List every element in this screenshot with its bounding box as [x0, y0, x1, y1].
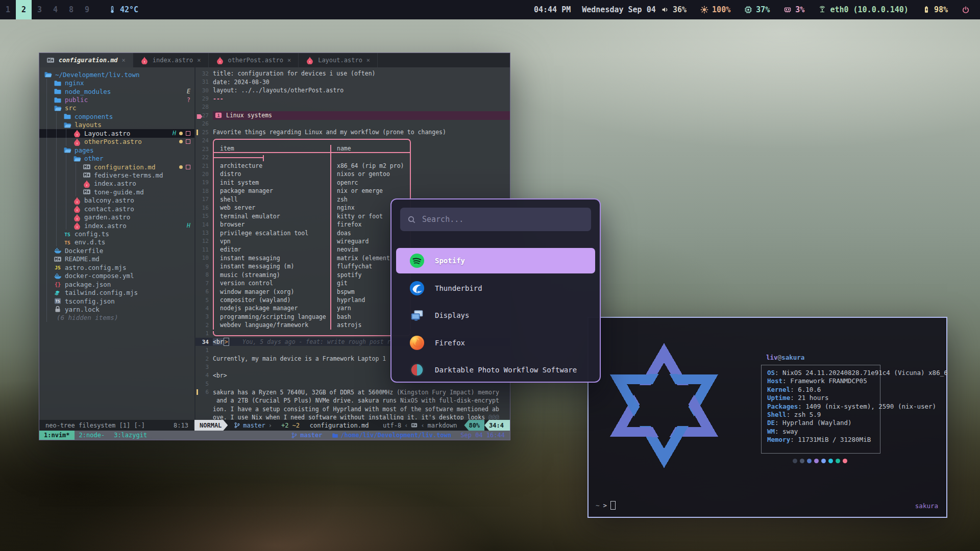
- buffer-line[interactable]: 31date: 2024-08-30: [195, 78, 510, 86]
- line-content: Favorite things regarding Linux and my w…: [213, 128, 510, 136]
- buffer-line[interactable]: 32title: configuration for devices i use…: [195, 69, 510, 78]
- lock-icon: [54, 305, 62, 313]
- buffer-line[interactable]: 29---: [195, 94, 510, 103]
- buffer-line[interactable]: 18package managernix or emerge: [195, 187, 510, 195]
- tree-item-src[interactable]: src: [39, 104, 194, 112]
- tree-item-node-modules[interactable]: node_modulesE: [39, 87, 194, 95]
- tmux-window-1:nvim*[interactable]: 1:nvim*: [39, 431, 75, 440]
- tree-item-tailwind.config.mjs[interactable]: tailwind.config.mjs: [39, 288, 194, 296]
- buffer-line[interactable]: and a 2TB (Crucial P5 Plus) NVMe drive. …: [195, 396, 510, 405]
- buffer-line[interactable]: 271Linux systems: [195, 111, 510, 119]
- buffer-line[interactable]: 22: [195, 153, 510, 161]
- tree-item--6-hidden-items-[interactable]: (6 hidden items): [39, 314, 194, 322]
- fetch-info-label: Memory: [767, 436, 790, 443]
- clock-module[interactable]: 04:44 PM Wednesday Sep 04: [534, 5, 656, 14]
- tree-item-tone-guide.md[interactable]: tone-guide.md: [39, 188, 194, 196]
- tree-item-astro.config.mjs[interactable]: JSastro.config.mjs: [39, 263, 194, 271]
- buffer-line[interactable]: 24: [195, 137, 510, 145]
- tree-item-yarn.lock[interactable]: yarn.lock: [39, 305, 194, 313]
- tree-item-tsconfig.json[interactable]: TStsconfig.json: [39, 297, 194, 305]
- editor-tab-Layout.astro[interactable]: Layout.astro×: [299, 53, 378, 67]
- tab-close-icon[interactable]: ×: [197, 57, 201, 64]
- gutter: 30: [195, 87, 213, 94]
- workspace-button-3[interactable]: 3: [32, 0, 47, 19]
- tree-item-contact.astro[interactable]: contact.astro: [39, 205, 194, 213]
- status-module-power[interactable]: [962, 6, 970, 14]
- table-cell-item: music (streaming): [214, 271, 330, 279]
- tmux-window-3:lazygit[interactable]: 3:lazygit: [109, 431, 152, 440]
- indent-guide: [66, 129, 73, 137]
- buffer-line[interactable]: 26: [195, 120, 510, 128]
- text: Favorite things regarding Linux and my w…: [213, 129, 446, 136]
- line-number: 25: [202, 129, 209, 136]
- buffer-line[interactable]: 6sakura has a Ryzen 5 7640U, 32GB of DDR…: [195, 388, 510, 396]
- tab-close-icon[interactable]: ×: [122, 57, 126, 64]
- tree-item--Development-liv.town[interactable]: ~/Development/liv.town: [39, 70, 194, 79]
- status-module-brightness[interactable]: 100%: [700, 5, 730, 14]
- workspace-button-2[interactable]: 2: [16, 0, 32, 19]
- line-number: 17: [202, 196, 209, 203]
- shell-prompt[interactable]: ~ >: [596, 501, 616, 510]
- tree-item-package.json[interactable]: {}package.json: [39, 280, 194, 288]
- tab-close-icon[interactable]: ×: [366, 57, 370, 64]
- tree-item-garden.astro[interactable]: garden.astro: [39, 213, 194, 221]
- tree-item-index.astro[interactable]: index.astroH: [39, 221, 194, 230]
- temperature-value: 42°C: [120, 5, 138, 14]
- indent-guide: [66, 221, 73, 230]
- table-cell-item: window manager (xorg): [214, 287, 330, 295]
- buffer-line[interactable]: 20distronixos or gentoo: [195, 170, 510, 178]
- tree-item-configuration.md[interactable]: configuration.md: [39, 163, 194, 171]
- buffer-line[interactable]: ion. I have a setup consisting of Hyprla…: [195, 405, 510, 413]
- gutter: 1: [195, 330, 213, 337]
- launcher-item-Spotify[interactable]: Spotify: [396, 248, 595, 273]
- tree-item-layouts[interactable]: layouts: [39, 121, 194, 129]
- buffer-line[interactable]: 28: [195, 103, 510, 111]
- tree-item-README.md[interactable]: README.md: [39, 255, 194, 263]
- gutter: 23: [195, 146, 213, 153]
- tree-item-fediverse-terms.md[interactable]: fediverse-terms.md: [39, 171, 194, 179]
- tree-item-public[interactable]: public?: [39, 95, 194, 104]
- launcher-item-Darktable[interactable]: Darktable Photo Workflow Software: [396, 357, 595, 383]
- indent-guide: [46, 129, 54, 137]
- tree-item-components[interactable]: components: [39, 112, 194, 120]
- editor-tab-index.astro[interactable]: index.astro×: [133, 53, 209, 67]
- tree-item-pages[interactable]: pages: [39, 146, 194, 154]
- buffer-line[interactable]: ove. I use Nix when I need software with…: [195, 413, 510, 420]
- editor-tab-otherPost.astro[interactable]: otherPost.astro×: [209, 53, 299, 67]
- workspace-button-8[interactable]: 8: [63, 0, 79, 19]
- status-module-cpu: 37%: [744, 5, 770, 14]
- tree-item-nginx[interactable]: nginx: [39, 79, 194, 87]
- buffer-line[interactable]: 30layout: ../../layouts/otherPost.astro: [195, 86, 510, 94]
- workspace-button-4[interactable]: 4: [47, 0, 63, 19]
- tab-close-icon[interactable]: ×: [287, 57, 291, 64]
- tree-item-balcony.astro[interactable]: balcony.astro: [39, 196, 194, 205]
- status-module-network[interactable]: eth0 (10.0.0.140): [818, 5, 909, 14]
- tree-item-config.ts[interactable]: TSconfig.ts: [39, 230, 194, 238]
- git-status-marker: E: [187, 88, 190, 95]
- tmux-window-2:node-[interactable]: 2:node-: [75, 431, 110, 440]
- launcher-search-input[interactable]: Search...: [400, 208, 591, 231]
- fetch-info-label: Shell: [767, 411, 787, 418]
- tree-item-other[interactable]: other: [39, 154, 194, 162]
- tree-item-docker-compose.yml[interactable]: docker-compose.yml: [39, 272, 194, 280]
- status-module-volume[interactable]: 36%: [661, 5, 687, 14]
- tree-item-env.d.ts[interactable]: TSenv.d.ts: [39, 238, 194, 246]
- fetch-info-value: : NixOS 24.11.20240828.71e91c4 (Vicuna) …: [775, 369, 948, 377]
- buffer-line[interactable]: 19init systemopenrc: [195, 179, 510, 187]
- tree-item-index.astro[interactable]: index.astro: [39, 180, 194, 188]
- tree-item-Layout.astro[interactable]: Layout.astroH: [39, 129, 194, 137]
- launcher-item-Thunderbird[interactable]: Thunderbird: [396, 276, 595, 301]
- launcher-item-Displays[interactable]: Displays: [396, 303, 595, 328]
- buffer-line[interactable]: 23itemname: [195, 145, 510, 153]
- workspace-button-1[interactable]: 1: [0, 0, 16, 19]
- editor-tab-configuration.md[interactable]: configuration.md×: [39, 53, 133, 67]
- workspace-button-9[interactable]: 9: [79, 0, 95, 19]
- buffer-line[interactable]: 21architecturex86_64 (rip m2 pro): [195, 162, 510, 170]
- launcher-item-Firefox[interactable]: Firefox: [396, 330, 595, 356]
- buffer-line[interactable]: 25Favorite things regarding Linux and my…: [195, 128, 510, 136]
- tree-item-Dockerfile[interactable]: Dockerfile: [39, 246, 194, 255]
- table-row: terminal emulatorkitty or foot: [213, 212, 411, 220]
- table-header-row: itemname: [213, 145, 411, 153]
- tree-item-otherPost.astro[interactable]: otherPost.astro: [39, 138, 194, 146]
- indent-guide: [56, 213, 63, 221]
